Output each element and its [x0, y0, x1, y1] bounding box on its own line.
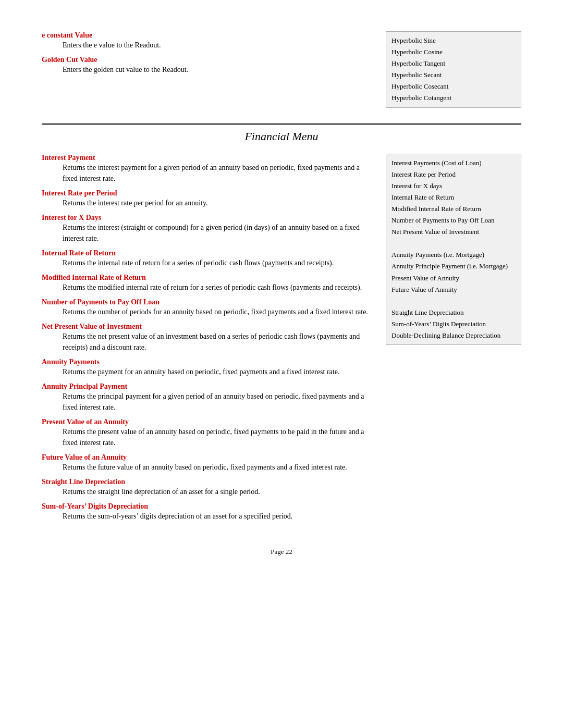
list-item: Number of Payments to Pay Off Loan [391, 215, 516, 226]
list-item: Straight Line Depreciation [391, 307, 516, 318]
financial-sidebar-box: Interest Payments (Cost of Loan) Interes… [386, 154, 521, 346]
entry-desc: Returns the number of periods for an ann… [63, 306, 370, 317]
entry-title: Net Present Value of Investment [42, 323, 370, 331]
entry-interest-for-x-days: Interest for X Days Returns the interest… [42, 214, 370, 244]
entry-straight-line-depreciation: Straight Line Depreciation Returns the s… [42, 478, 370, 497]
page-number: Page 22 [271, 548, 292, 556]
top-right-sidebar: Hyperbolic Sine Hyperbolic Cosine Hyperb… [386, 31, 521, 108]
e-constant-desc: Enters the e value to the Readout. [63, 40, 313, 51]
entry-title: Annuity Payments [42, 358, 370, 366]
top-left-column: e constant Value Enters the e value to t… [42, 31, 313, 108]
entry-desc: Returns the internal rate of return for … [63, 257, 370, 268]
list-item: Annuity Payments (i.e. Mortgage) [391, 249, 516, 261]
entries-column: Interest Payment Returns the interest pa… [42, 154, 370, 527]
entry-sum-of-years-depreciation: Sum-of-Years’ Digits Depreciation Return… [42, 502, 370, 522]
e-constant-title: e constant Value [42, 31, 313, 40]
entry-title: Straight Line Depreciation [42, 478, 370, 486]
entry-title: Present Value of an Annuity [42, 418, 370, 426]
entry-modified-internal-rate: Modified Internal Rate of Return Returns… [42, 274, 370, 293]
list-item: Hyperbolic Cotangent [391, 92, 516, 104]
list-item: Future Value of Annuity [391, 284, 516, 295]
entry-desc: Returns the interest rate per period for… [63, 198, 370, 208]
list-item: Modified Internal Rate of Return [391, 203, 516, 215]
list-item: Present Value of Annuity [391, 273, 516, 284]
page-footer: Page 22 [42, 548, 521, 556]
entry-title: Internal Rate of Return [42, 249, 370, 257]
entry-title: Sum-of-Years’ Digits Depreciation [42, 502, 370, 511]
list-item: Annuity Principle Payment (i.e. Mortgage… [391, 261, 516, 272]
entry-net-present-value: Net Present Value of Investment Returns … [42, 323, 370, 353]
main-content: Interest Payment Returns the interest pa… [42, 154, 521, 527]
entry-title: Future Value of an Annuity [42, 453, 370, 462]
entry-number-of-payments: Number of Payments to Pay Off Loan Retur… [42, 298, 370, 317]
list-item: Hyperbolic Secant [391, 69, 516, 81]
financial-menu-title: Financial Menu [42, 130, 521, 143]
list-item: Net Present Value of Investment [391, 226, 516, 238]
entry-desc: Returns the straight line depreciation o… [63, 486, 370, 497]
entry-title: Modified Internal Rate of Return [42, 274, 370, 282]
entry-title: Annuity Principal Payment [42, 382, 370, 391]
list-item: Interest Rate per Period [391, 169, 516, 180]
entry-desc: Returns the net present value of an inve… [63, 331, 370, 353]
top-section: e constant Value Enters the e value to t… [42, 31, 521, 108]
list-item: Sum-of-Years’ Digits Depreciation [391, 318, 516, 330]
entry-annuity-payments: Annuity Payments Returns the payment for… [42, 358, 370, 377]
entry-desc: Returns the modified internal rate of re… [63, 282, 370, 293]
entry-desc: Returns the interest (straight or compou… [63, 222, 370, 244]
section-divider [42, 124, 521, 125]
entry-title: Interest Payment [42, 154, 370, 162]
entry-desc: Returns the future value of an annuity b… [63, 462, 370, 473]
entry-desc: Returns the payment for an annuity based… [63, 366, 370, 377]
entry-annuity-principal-payment: Annuity Principal Payment Returns the pr… [42, 382, 370, 413]
entry-present-value-annuity: Present Value of an Annuity Returns the … [42, 418, 370, 448]
list-item: Hyperbolic Sine [391, 35, 516, 46]
entry-desc: Returns the sum-of-years’ digits depreci… [63, 511, 370, 522]
entry-interest-rate-per-period: Interest Rate per Period Returns the int… [42, 189, 370, 208]
list-item: Hyperbolic Cosecant [391, 81, 516, 92]
list-item: Interest Payments (Cost of Loan) [391, 157, 516, 169]
entry-title: Number of Payments to Pay Off Loan [42, 298, 370, 306]
entry-future-value-annuity: Future Value of an Annuity Returns the f… [42, 453, 370, 473]
list-item: Hyperbolic Tangent [391, 58, 516, 69]
list-item: Interest for X days [391, 180, 516, 192]
list-item: Double-Declining Balance Depreciation [391, 330, 516, 341]
entry-desc: Returns the principal payment for a give… [63, 391, 370, 413]
list-item: Internal Rate of Return [391, 192, 516, 203]
golden-cut-desc: Enters the golden cut value to the Reado… [63, 64, 313, 75]
entry-interest-payment: Interest Payment Returns the interest pa… [42, 154, 370, 184]
entry-internal-rate-of-return: Internal Rate of Return Returns the inte… [42, 249, 370, 268]
golden-cut-title: Golden Cut Value [42, 56, 313, 64]
entry-title: Interest Rate per Period [42, 189, 370, 198]
entry-desc: Returns the interest payment for a given… [63, 162, 370, 184]
entry-desc: Returns the present value of an annuity … [63, 426, 370, 448]
hyperbolic-functions-box: Hyperbolic Sine Hyperbolic Cosine Hyperb… [386, 31, 521, 108]
entry-title: Interest for X Days [42, 214, 370, 222]
financial-menu-sidebar: Interest Payments (Cost of Loan) Interes… [386, 154, 521, 527]
list-item: Hyperbolic Cosine [391, 46, 516, 58]
